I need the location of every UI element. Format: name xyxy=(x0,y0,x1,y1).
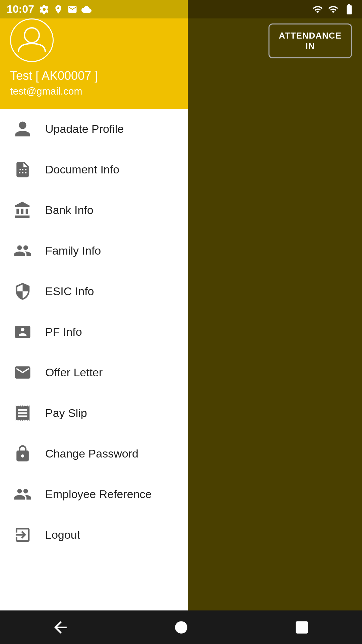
cloud-icon xyxy=(81,4,92,14)
lock-icon: **** xyxy=(12,443,34,465)
sidebar-item-pf-info[interactable]: PF Info xyxy=(0,312,188,352)
home-icon xyxy=(172,618,190,637)
avatar-icon xyxy=(15,23,49,57)
signal-icon xyxy=(328,4,339,15)
user-email: test@gmail.com xyxy=(10,86,178,97)
battery-icon xyxy=(343,3,355,15)
sidebar-item-label-family-info: Family Info xyxy=(45,244,101,257)
svg-text:****: **** xyxy=(17,457,24,462)
email-icon xyxy=(67,4,77,14)
sidebar-item-label-bank-info: Bank Info xyxy=(45,204,94,217)
sidebar-item-bank-info[interactable]: Bank Info xyxy=(0,190,188,230)
location-icon xyxy=(53,4,63,14)
envelope-icon xyxy=(12,362,34,383)
sidebar-item-update-profile[interactable]: Upadate Profile xyxy=(0,109,188,149)
back-icon xyxy=(51,618,70,637)
avatar xyxy=(10,18,54,62)
sidebar-item-offer-letter[interactable]: Offer Letter xyxy=(0,352,188,393)
sidebar-item-label-update-profile: Upadate Profile xyxy=(45,122,124,136)
back-button[interactable] xyxy=(45,611,76,643)
sidebar-item-logout[interactable]: Logout xyxy=(0,515,188,555)
sidebar-item-esic-info[interactable]: ESIC Info xyxy=(0,271,188,312)
attendance-in-button[interactable]: ATTENDANCE IN xyxy=(268,23,352,58)
sidebar-item-change-password[interactable]: **** Change Password xyxy=(0,433,188,474)
main-content xyxy=(188,0,362,644)
status-bar-right xyxy=(188,0,362,18)
document-icon xyxy=(12,159,34,180)
shield-icon xyxy=(12,280,34,302)
sidebar-item-label-offer-letter: Offer Letter xyxy=(45,366,103,379)
recent-icon xyxy=(293,618,311,637)
status-icons-right xyxy=(312,3,355,15)
receipt-icon xyxy=(12,402,34,424)
recent-button[interactable] xyxy=(286,611,318,643)
status-icons-left xyxy=(39,4,92,14)
status-bar-left: 10:07 xyxy=(0,0,188,18)
sidebar-item-label-employee-reference: Employee Reference xyxy=(45,488,152,501)
sidebar-item-label-esic-info: ESIC Info xyxy=(45,285,94,298)
navigation-bar xyxy=(0,610,362,644)
gear-icon xyxy=(39,4,49,14)
family-icon xyxy=(12,240,34,262)
sidebar-item-pay-slip[interactable]: Pay Slip xyxy=(0,393,188,433)
sidebar-item-label-change-password: Change Password xyxy=(45,447,138,460)
sidebar-item-label-logout: Logout xyxy=(45,528,80,541)
bank-icon xyxy=(12,199,34,221)
status-time: 10:07 xyxy=(7,3,34,15)
person-icon xyxy=(12,118,34,140)
sidebar-item-document-info[interactable]: Document Info xyxy=(0,149,188,190)
sidebar-item-employee-reference[interactable]: Employee Reference xyxy=(0,474,188,515)
home-button[interactable] xyxy=(165,611,197,643)
handshake-icon xyxy=(12,483,34,505)
sidebar-item-label-document-info: Document Info xyxy=(45,163,119,176)
svg-point-57 xyxy=(175,621,187,634)
drawer-menu: Upadate Profile Document Info Bank Info xyxy=(0,109,188,644)
svg-rect-58 xyxy=(296,621,308,634)
user-name: Test [ AK00007 ] xyxy=(10,69,178,83)
svg-point-0 xyxy=(24,28,39,43)
sidebar-item-label-pf-info: PF Info xyxy=(45,325,82,338)
side-drawer: Test [ AK00007 ] test@gmail.com Upadate … xyxy=(0,0,188,644)
id-card-icon xyxy=(12,321,34,343)
sidebar-item-family-info[interactable]: Family Info xyxy=(0,230,188,271)
sidebar-item-label-pay-slip: Pay Slip xyxy=(45,407,87,420)
wifi-icon xyxy=(312,4,323,15)
exit-icon xyxy=(12,524,34,546)
